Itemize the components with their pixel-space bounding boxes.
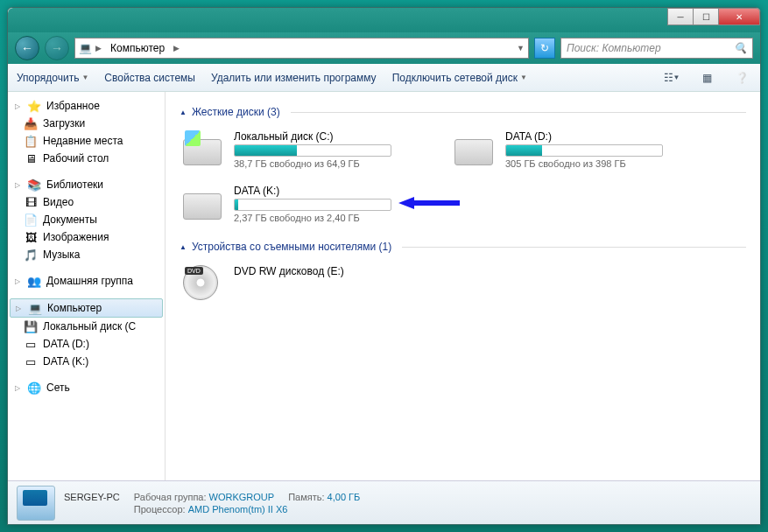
help-button[interactable]: ❔ [732, 68, 751, 88]
drive-k[interactable]: DATA (K:) 2,37 ГБ свободно из 2,40 ГБ [180, 181, 433, 227]
search-placeholder: Поиск: Компьютер [567, 42, 661, 54]
section-hard-drives[interactable]: Жесткие диски (3) [180, 106, 746, 118]
star-icon: ⭐ [27, 99, 41, 113]
sidebar-item-music[interactable]: 🎵Музыка [8, 246, 165, 263]
sidebar-item-documents[interactable]: 📄Документы [8, 211, 165, 228]
map-drive-button[interactable]: Подключить сетевой диск ▼ [392, 72, 527, 84]
minimize-button[interactable]: ─ [667, 8, 694, 25]
close-button[interactable]: ✕ [718, 8, 760, 25]
sidebar-item-drive-d[interactable]: ▭DATA (D:) [8, 335, 165, 353]
preview-pane-button[interactable]: ▦ [697, 68, 716, 88]
dvd-icon: DVD [183, 265, 225, 300]
computer-large-icon [17, 486, 55, 521]
sidebar: ⭐Избранное 📥Загрузки 📋Недавние места 🖥Ра… [8, 92, 166, 480]
usage-bar [234, 144, 391, 157]
content-pane: Жесткие диски (3) Локальный диск (C:) 38… [166, 92, 760, 480]
drive-free-text: 38,7 ГБ свободно из 64,9 ГБ [234, 158, 430, 169]
sidebar-item-recent[interactable]: 📋Недавние места [8, 132, 165, 150]
explorer-window: ─ ☐ ✕ ← → 💻 ▶ Компьютер ▶ ▼ ↻ Поиск: Ком… [7, 7, 761, 525]
dropdown-icon[interactable]: ▼ [517, 44, 525, 52]
drive-icon: 💾 [24, 319, 38, 333]
drive-icon: ▭ [24, 354, 38, 368]
sidebar-network[interactable]: 🌐Сеть [8, 379, 165, 396]
video-icon: 🎞 [24, 195, 38, 209]
drive-name: Локальный диск (C:) [234, 130, 430, 143]
homegroup-icon: 👥 [27, 274, 41, 288]
breadcrumb-root[interactable]: Компьютер [105, 40, 170, 56]
chevron-right-icon: ▶ [173, 44, 180, 52]
sidebar-favorites[interactable]: ⭐Избранное [8, 97, 165, 115]
drive-free-text: 2,37 ГБ свободно из 2,40 ГБ [234, 213, 430, 223]
sidebar-item-drive-c[interactable]: 💾Локальный диск (C [8, 318, 165, 335]
sidebar-computer[interactable]: 💻Компьютер [10, 298, 163, 318]
drive-d[interactable]: DATA (D:) 305 ГБ свободно из 398 ГБ [451, 127, 705, 172]
status-cpu-label: Процессор: [134, 504, 186, 514]
drive-icon [183, 130, 225, 165]
libraries-icon: 📚 [27, 178, 41, 192]
computer-icon: 💻 [79, 42, 92, 54]
system-properties-button[interactable]: Свойства системы [104, 72, 195, 84]
computer-icon: 💻 [28, 301, 42, 315]
drive-icon [183, 185, 225, 220]
sidebar-item-downloads[interactable]: 📥Загрузки [8, 115, 165, 132]
drive-free-text: 305 ГБ свободно из 398 ГБ [505, 158, 701, 169]
search-input[interactable]: Поиск: Компьютер 🔍 [560, 38, 753, 59]
sidebar-libraries[interactable]: 📚Библиотеки [8, 176, 165, 193]
drive-icon: ▭ [24, 337, 38, 351]
status-cpu-value: AMD Phenom(tm) II X6 [188, 504, 288, 514]
refresh-button[interactable]: ↻ [534, 38, 555, 59]
address-bar[interactable]: 💻 ▶ Компьютер ▶ ▼ [74, 38, 529, 59]
sidebar-homegroup[interactable]: 👥Домашняя группа [8, 272, 165, 290]
section-removable[interactable]: Устройства со съемными носителями (1) [180, 241, 746, 253]
search-icon: 🔍 [734, 42, 747, 54]
status-bar: SERGEY-PC Рабочая группа: WORKGROUP Памя… [8, 480, 760, 524]
recent-icon: 📋 [24, 134, 38, 148]
forward-button[interactable]: → [45, 36, 69, 60]
drive-name: DATA (D:) [505, 130, 701, 143]
nav-bar: ← → 💻 ▶ Компьютер ▶ ▼ ↻ Поиск: Компьютер… [8, 32, 760, 64]
toolbar: Упорядочить ▼ Свойства системы Удалить и… [8, 64, 760, 92]
sidebar-item-video[interactable]: 🎞Видео [8, 193, 165, 211]
organize-button[interactable]: Упорядочить ▼ [17, 72, 88, 84]
status-wg-value: WORKGROUP [209, 492, 275, 502]
status-pc-name: SERGEY-PC [64, 492, 120, 502]
pictures-icon: 🖼 [24, 230, 38, 244]
documents-icon: 📄 [24, 213, 38, 227]
downloads-icon: 📥 [24, 116, 38, 130]
maximize-button[interactable]: ☐ [693, 8, 719, 25]
status-wg-label: Рабочая группа: [134, 492, 207, 502]
view-button[interactable]: ☷ ▼ [662, 68, 681, 88]
titlebar: ─ ☐ ✕ [8, 8, 760, 32]
drive-name: DVD RW дисковод (E:) [234, 265, 430, 277]
chevron-right-icon: ▶ [95, 44, 102, 52]
usage-bar [505, 144, 663, 157]
status-mem-value: 4,00 ГБ [328, 492, 361, 502]
uninstall-button[interactable]: Удалить или изменить программу [211, 72, 377, 84]
drive-name: DATA (K:) [234, 185, 430, 197]
usage-bar [234, 199, 391, 211]
desktop-icon: 🖥 [24, 151, 38, 165]
sidebar-item-desktop[interactable]: 🖥Рабочий стол [8, 150, 165, 167]
music-icon: 🎵 [24, 248, 38, 262]
drive-c[interactable]: Локальный диск (C:) 38,7 ГБ свободно из … [180, 127, 433, 172]
status-mem-label: Память: [288, 492, 324, 502]
sidebar-item-pictures[interactable]: 🖼Изображения [8, 228, 165, 246]
drive-dvd[interactable]: DVD DVD RW дисковод (E:) [180, 262, 433, 304]
back-button[interactable]: ← [15, 36, 39, 60]
network-icon: 🌐 [27, 381, 41, 395]
drive-icon [454, 130, 497, 165]
sidebar-item-drive-k[interactable]: ▭DATA (K:) [8, 353, 165, 370]
